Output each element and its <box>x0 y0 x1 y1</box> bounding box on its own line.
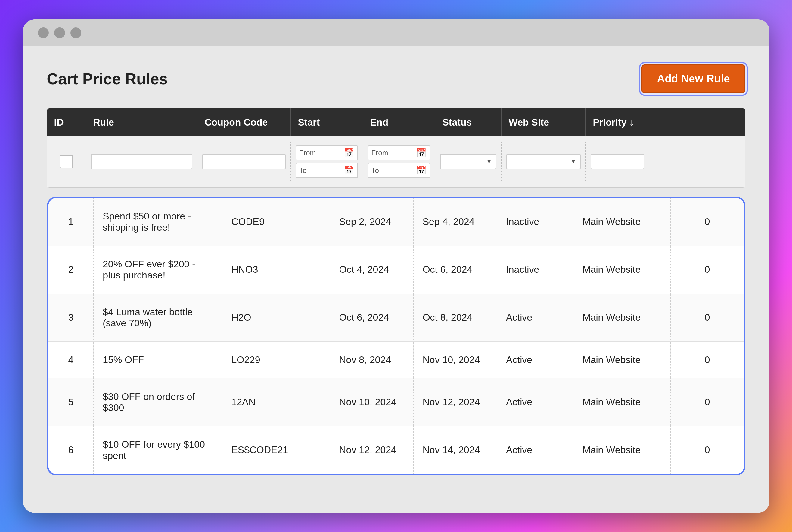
cell-priority: 0 <box>671 198 744 246</box>
cell-end: Nov 10, 2024 <box>413 341 497 378</box>
cell-id: 4 <box>49 341 94 378</box>
table-row[interactable]: 1Spend $50 or more -shipping is free!COD… <box>49 198 744 246</box>
cell-id: 5 <box>49 378 94 426</box>
col-header-end: End <box>363 108 435 136</box>
filter-cell-priority <box>586 142 649 181</box>
cell-coupon: CODE9 <box>222 198 330 246</box>
app-window: Cart Price Rules Add New Rule ID Rule Co… <box>23 19 769 513</box>
filter-row: From 📅 To 📅 From 📅 <box>47 136 745 188</box>
cell-id: 2 <box>49 246 94 293</box>
col-header-rule: Rule <box>86 108 197 136</box>
cell-start: Sep 2, 2024 <box>330 198 413 246</box>
cell-end: Oct 6, 2024 <box>413 246 497 293</box>
cell-status: Active <box>497 341 573 378</box>
table-row[interactable]: 5$30 OFF on orders of $30012ANNov 10, 20… <box>49 378 744 426</box>
filter-cell-end: From 📅 To 📅 <box>363 142 435 181</box>
cell-rule: 20% OFF ever $200 -plus purchase! <box>94 246 222 293</box>
website-dropdown[interactable]: ▼ <box>506 154 581 169</box>
start-from-label: From <box>299 149 342 157</box>
cell-status: Active <box>497 293 573 341</box>
table-header: ID Rule Coupon Code Start End Status Web… <box>47 108 745 136</box>
cell-priority: 0 <box>671 246 744 293</box>
page-title: Cart Price Rules <box>47 70 168 88</box>
data-table: 1Spend $50 or more -shipping is free!COD… <box>49 198 744 474</box>
cell-status: Active <box>497 426 573 474</box>
cell-coupon: LO229 <box>222 341 330 378</box>
cell-id: 1 <box>49 198 94 246</box>
start-to-calendar-icon: 📅 <box>344 165 354 175</box>
cell-start: Oct 4, 2024 <box>330 246 413 293</box>
cell-priority: 0 <box>671 293 744 341</box>
col-header-website: Web Site <box>502 108 586 136</box>
start-date-filter-group: From 📅 To 📅 <box>296 146 358 178</box>
cell-status: Active <box>497 378 573 426</box>
col-header-id: ID <box>47 108 86 136</box>
cell-priority: 0 <box>671 341 744 378</box>
table-row[interactable]: 415% OFFLO229Nov 8, 2024Nov 10, 2024Acti… <box>49 341 744 378</box>
end-from-calendar-icon: 📅 <box>416 148 427 158</box>
rule-filter-input[interactable] <box>91 154 192 169</box>
cell-end: Nov 14, 2024 <box>413 426 497 474</box>
end-date-filter-group: From 📅 To 📅 <box>368 146 430 178</box>
cell-website: Main Website <box>574 341 671 378</box>
cell-id: 6 <box>49 426 94 474</box>
cell-status: Inactive <box>497 198 573 246</box>
cell-coupon: HNO3 <box>222 246 330 293</box>
cell-website: Main Website <box>574 246 671 293</box>
cell-id: 3 <box>49 293 94 341</box>
start-to-label: To <box>299 166 342 175</box>
page-header: Cart Price Rules Add New Rule <box>47 64 745 93</box>
coupon-filter-input[interactable] <box>202 154 286 169</box>
table-row[interactable]: 220% OFF ever $200 -plus purchase!HNO3Oc… <box>49 246 744 293</box>
start-from-calendar-icon: 📅 <box>344 148 354 158</box>
table-header-section: ID Rule Coupon Code Start End Status Web… <box>47 108 745 188</box>
minimize-button[interactable] <box>54 27 65 38</box>
cell-website: Main Website <box>574 426 671 474</box>
cell-coupon: H2O <box>222 293 330 341</box>
cell-website: Main Website <box>574 198 671 246</box>
filter-cell-id <box>47 142 86 181</box>
website-dropdown-arrow: ▼ <box>571 158 577 165</box>
end-from-input[interactable]: From 📅 <box>368 146 430 160</box>
priority-filter-input[interactable] <box>591 154 644 169</box>
cell-start: Nov 12, 2024 <box>330 426 413 474</box>
end-to-label: To <box>371 166 414 175</box>
cell-rule: Spend $50 or more -shipping is free! <box>94 198 222 246</box>
select-all-checkbox[interactable] <box>60 155 73 168</box>
start-to-input[interactable]: To 📅 <box>296 163 358 178</box>
col-header-start: Start <box>291 108 363 136</box>
cell-end: Nov 12, 2024 <box>413 378 497 426</box>
add-rule-button[interactable]: Add New Rule <box>641 64 745 93</box>
filter-cell-start: From 📅 To 📅 <box>291 142 363 181</box>
col-header-priority[interactable]: Priority ↓ <box>586 108 649 136</box>
titlebar <box>23 19 769 46</box>
status-dropdown-arrow: ▼ <box>486 158 492 165</box>
start-from-input[interactable]: From 📅 <box>296 146 358 160</box>
cell-priority: 0 <box>671 378 744 426</box>
cell-website: Main Website <box>574 293 671 341</box>
table-row[interactable]: 3$4 Luma water bottle (save 70%)H2OOct 6… <box>49 293 744 341</box>
filter-cell-rule <box>86 142 197 181</box>
end-to-calendar-icon: 📅 <box>416 165 427 175</box>
cell-coupon: ES$CODE21 <box>222 426 330 474</box>
status-dropdown[interactable]: ▼ <box>440 154 496 169</box>
cell-start: Nov 10, 2024 <box>330 378 413 426</box>
cell-status: Inactive <box>497 246 573 293</box>
cell-rule: $30 OFF on orders of $300 <box>94 378 222 426</box>
cell-start: Oct 6, 2024 <box>330 293 413 341</box>
table-row[interactable]: 6$10 OFF for every $100 spentES$CODE21No… <box>49 426 744 474</box>
maximize-button[interactable] <box>71 27 81 38</box>
cell-rule: $10 OFF for every $100 spent <box>94 426 222 474</box>
cell-coupon: 12AN <box>222 378 330 426</box>
filter-cell-website: ▼ <box>502 142 586 181</box>
filter-cell-coupon <box>197 142 291 181</box>
filter-cell-status: ▼ <box>435 142 502 181</box>
col-header-coupon: Coupon Code <box>197 108 291 136</box>
cell-rule: $4 Luma water bottle (save 70%) <box>94 293 222 341</box>
cell-end: Oct 8, 2024 <box>413 293 497 341</box>
cell-start: Nov 8, 2024 <box>330 341 413 378</box>
end-from-label: From <box>371 149 414 157</box>
end-to-input[interactable]: To 📅 <box>368 163 430 178</box>
cell-website: Main Website <box>574 378 671 426</box>
close-button[interactable] <box>38 27 49 38</box>
